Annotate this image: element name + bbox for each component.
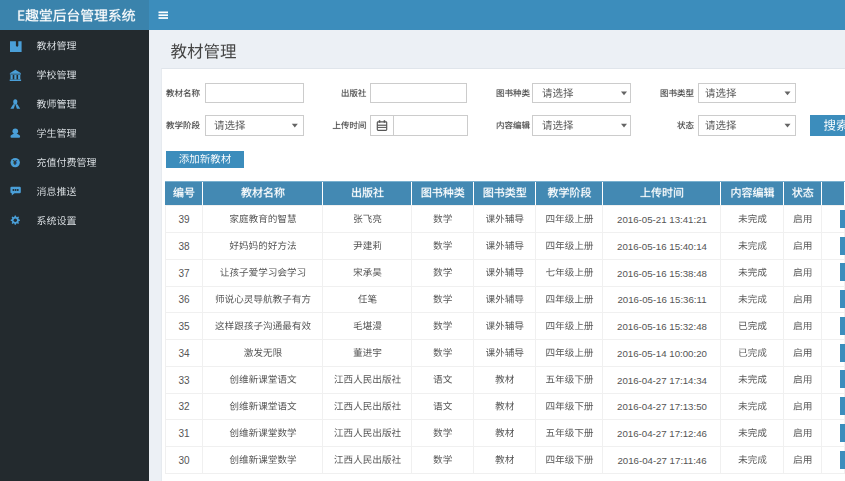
svg-text:35: 35	[178, 321, 190, 332]
svg-text:38: 38	[178, 241, 190, 252]
svg-text:2016-05-21 13:41:21: 2016-05-21 13:41:21	[617, 214, 707, 225]
svg-text:30: 30	[178, 455, 190, 466]
svg-text:2016-04-27 17:14:34: 2016-04-27 17:14:34	[617, 375, 708, 386]
svg-text:2016-04-27 17:12:46: 2016-04-27 17:12:46	[617, 428, 707, 439]
svg-text:34: 34	[178, 348, 190, 359]
svg-text:39: 39	[178, 214, 190, 225]
svg-text:2016-04-27 17:11:46: 2016-04-27 17:11:46	[617, 455, 706, 466]
svg-text:33: 33	[178, 375, 190, 386]
svg-text:2016-05-16 15:38:48: 2016-05-16 15:38:48	[617, 268, 707, 279]
svg-text:2016-04-27 17:13:50: 2016-04-27 17:13:50	[617, 401, 708, 412]
svg-text:36: 36	[178, 294, 190, 305]
svg-text:2016-05-16 15:32:48: 2016-05-16 15:32:48	[617, 321, 707, 332]
svg-text:32: 32	[178, 401, 190, 412]
svg-text:2016-05-16 15:36:11: 2016-05-16 15:36:11	[617, 294, 706, 305]
svg-text:2016-05-16 15:40:14: 2016-05-16 15:40:14	[617, 241, 708, 252]
svg-text:2016-05-14 10:00:20: 2016-05-14 10:00:20	[617, 348, 708, 359]
svg-text:31: 31	[178, 428, 190, 439]
svg-text:37: 37	[178, 268, 190, 279]
